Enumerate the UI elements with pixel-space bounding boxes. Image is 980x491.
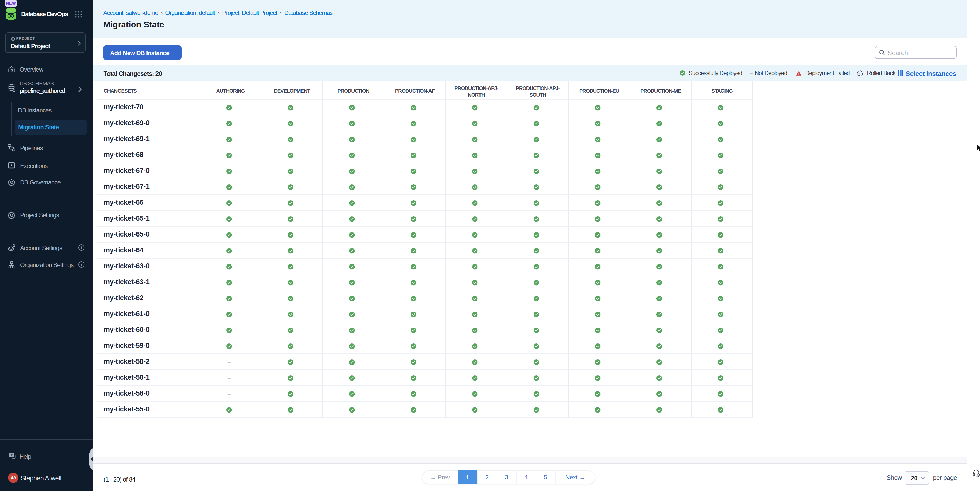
svg-text:?: ?: [11, 453, 13, 457]
